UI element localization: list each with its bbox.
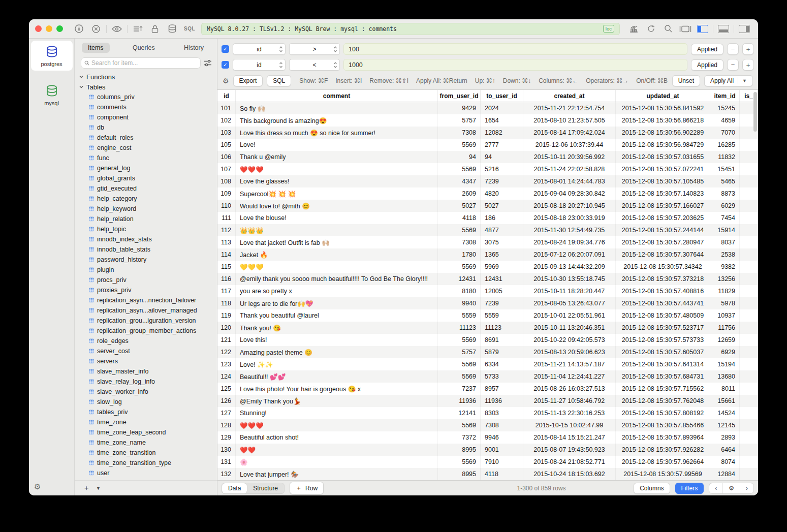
filter-tune-icon[interactable] — [204, 59, 212, 67]
filter-operator-select[interactable]: > — [289, 43, 340, 55]
stats-chart-icon[interactable] — [625, 23, 642, 35]
settings-gear-icon[interactable]: ⚙ — [34, 482, 41, 491]
sql-editor-icon[interactable]: SQL — [184, 26, 195, 32]
table-row[interactable]: 102 This background is amazing😍 5757 165… — [217, 114, 758, 127]
add-filter-button[interactable]: ＋ — [742, 43, 754, 55]
sidebar-table-item[interactable]: time_zone — [79, 417, 217, 427]
sidebar-table-item[interactable]: replication_group_member_actions — [79, 326, 217, 336]
sidebar-table-item[interactable]: comments — [79, 102, 217, 112]
filter-operator-select[interactable]: < — [289, 59, 340, 71]
prev-page-button[interactable]: ‹ — [709, 483, 722, 493]
columns-button[interactable]: Columns — [634, 483, 670, 494]
table-row[interactable]: 129 Beautiful action shot! 7372 9946 201… — [217, 431, 758, 444]
filter-checkbox[interactable]: ✓ — [222, 61, 229, 69]
table-row[interactable]: 125 Love this photo! Your hair is gorgeo… — [217, 383, 758, 395]
table-settings-gear-icon[interactable]: ⚙ — [223, 77, 229, 85]
page-settings-gear-icon[interactable]: ⚙ — [722, 483, 740, 493]
sidebar-table-item[interactable]: func — [79, 153, 217, 163]
toggle-right-panel-icon[interactable] — [736, 23, 753, 35]
structure-view-button[interactable]: Structure — [247, 483, 284, 493]
table-row[interactable]: 124 Beautiful!! 💕💕 5569 5733 2015-11-04 … — [217, 370, 758, 383]
minimize-window-button[interactable] — [46, 25, 52, 32]
zoom-window-button[interactable] — [56, 25, 63, 32]
tree-group-tables[interactable]: Tables — [79, 82, 217, 92]
sidebar-table-item[interactable]: engine_cost — [79, 143, 217, 153]
pending-changes-icon[interactable] — [129, 23, 146, 35]
sidebar-table-item[interactable]: time_zone_name — [79, 437, 217, 448]
sidebar-table-item[interactable]: servers — [79, 356, 217, 366]
sidebar-table-item[interactable]: slave_master_info — [79, 366, 217, 377]
table-row[interactable]: 130 ❤️❤️ 8995 9001 2015-08-07 19:43:50.9… — [217, 444, 758, 456]
toggle-left-sidebar-icon[interactable] — [694, 23, 711, 35]
sidebar-table-item[interactable]: slave_worker_info — [79, 387, 217, 397]
sidebar-table-item[interactable]: columns_priv — [79, 92, 217, 102]
preview-eye-icon[interactable] — [108, 23, 125, 35]
sidebar-table-item[interactable]: innodb_index_stats — [79, 234, 217, 244]
data-view-button[interactable]: Data — [222, 483, 247, 493]
filter-value-input[interactable] — [343, 43, 687, 55]
toggle-bottom-panel-icon[interactable] — [715, 23, 732, 35]
filter-checkbox[interactable]: ✓ — [222, 45, 229, 53]
column-header-from-user-id[interactable]: from_user_id — [438, 90, 481, 102]
column-header-to-user-id[interactable]: to_user_id — [481, 90, 523, 102]
table-row[interactable]: 113 Love that jacket! Outfit is fab 🙌🏼 7… — [217, 236, 758, 248]
add-item-chevron-icon[interactable]: ▼ — [94, 486, 103, 491]
table-row[interactable]: 116 @emily thank you soooo much beautifu… — [217, 273, 758, 285]
table-row[interactable]: 112 👑👑👑 5569 4877 2015-11-30 12:54:49.73… — [217, 224, 758, 236]
vertical-scrollbar[interactable] — [753, 92, 757, 132]
filter-column-select[interactable]: id — [233, 43, 286, 55]
sidebar-table-item[interactable]: slave_relay_log_info — [79, 377, 217, 387]
filter-applied-button[interactable]: Applied — [691, 59, 723, 71]
sidebar-table-item[interactable]: time_zone_transition_type — [79, 458, 217, 468]
sidebar-table-item[interactable]: password_history — [79, 255, 217, 265]
table-row[interactable]: 123 Love! ✨✨ 5569 6334 2015-11-21 14:13:… — [217, 358, 758, 370]
sidebar-table-item[interactable]: server_cost — [79, 346, 217, 356]
table-row[interactable]: 111 Love the blouse! 4118 186 2015-08-18… — [217, 212, 758, 224]
tab-queries[interactable]: Queries — [127, 43, 161, 53]
lock-icon[interactable] — [146, 23, 164, 35]
sidebar-table-item[interactable]: global_grants — [79, 173, 217, 183]
refresh-icon[interactable] — [642, 23, 659, 35]
sidebar-table-item[interactable]: slow_log — [79, 397, 217, 407]
column-header-item-id[interactable]: item_id — [710, 90, 740, 102]
column-header-comment[interactable]: comment — [236, 90, 438, 102]
sidebar-table-item[interactable]: replication_grou...iguration_version — [79, 316, 217, 326]
column-header-created-at[interactable]: created_at — [523, 90, 616, 102]
table-row[interactable]: 105 Love! 5569 2777 2015-12-06 10:37:39.… — [217, 139, 758, 151]
table-row[interactable]: 119 Thank you beautiful @laurel 5559 555… — [217, 309, 758, 322]
tab-history[interactable]: History — [178, 43, 210, 53]
table-row[interactable]: 103 Love this dress so much 😍 so nice fo… — [217, 127, 758, 139]
sidebar-table-item[interactable]: user — [79, 468, 217, 478]
export-button[interactable]: Export — [233, 75, 263, 86]
filters-button[interactable]: Filters — [675, 483, 704, 494]
table-row[interactable]: 128 ❤️❤️❤️ 5569 7308 2015-10-15 10:02:47… — [217, 419, 758, 431]
sidebar-table-item[interactable]: time_zone_leap_second — [79, 427, 217, 437]
sidebar-table-item[interactable]: gtid_executed — [79, 183, 217, 194]
sidebar-table-item[interactable]: default_roles — [79, 133, 217, 143]
table-row[interactable]: 127 Stunning! 12141 8303 2015-11-13 22:3… — [217, 407, 758, 419]
table-row[interactable]: 115 💛💛💛 5569 5969 2015-09-13 14:44:32.20… — [217, 261, 758, 273]
sidebar-table-item[interactable]: help_category — [79, 194, 217, 204]
table-row[interactable]: 114 Jacket 🔥 1780 1365 2015-07-12 06:20:… — [217, 248, 758, 261]
add-item-button[interactable]: ＋ — [80, 484, 93, 493]
filter-column-select[interactable]: id — [233, 59, 286, 71]
filter-value-input[interactable] — [343, 59, 687, 71]
table-row[interactable]: 120 Thank you! 😘 11123 11123 2015-10-11 … — [217, 322, 758, 334]
apply-all-button[interactable]: Apply All ▼ — [704, 75, 753, 86]
close-window-button[interactable] — [35, 25, 42, 32]
sidebar-table-item[interactable]: tables_priv — [79, 407, 217, 417]
table-row[interactable]: 126 @Emily Thank you💃 11936 11936 2015-1… — [217, 395, 758, 407]
sidebar-table-item[interactable]: replication_asyn...nnection_failover — [79, 295, 217, 305]
sidebar-table-item[interactable]: general_log — [79, 163, 217, 173]
table-row[interactable]: 101 So fly 🙌🏼 9429 2024 2015-11-21 22:12… — [217, 102, 758, 114]
table-row[interactable]: 117 you are so pretty x 8180 12005 2015-… — [217, 285, 758, 297]
connect-icon[interactable] — [70, 23, 87, 35]
table-row[interactable]: 106 Thank u @emily 94 94 2015-10-11 20:3… — [217, 151, 758, 163]
sidebar-table-item[interactable]: role_edges — [79, 336, 217, 346]
connection-mysql[interactable]: mysql — [31, 80, 73, 110]
table-row[interactable]: 108 Love the glasses! 4347 7239 2015-08-… — [217, 175, 758, 187]
tree-group-functions[interactable]: Functions — [79, 72, 217, 82]
sql-button[interactable]: SQL — [267, 75, 291, 86]
add-filter-button[interactable]: ＋ — [742, 59, 754, 71]
sidebar-table-item[interactable]: time_zone_transition — [79, 448, 217, 458]
